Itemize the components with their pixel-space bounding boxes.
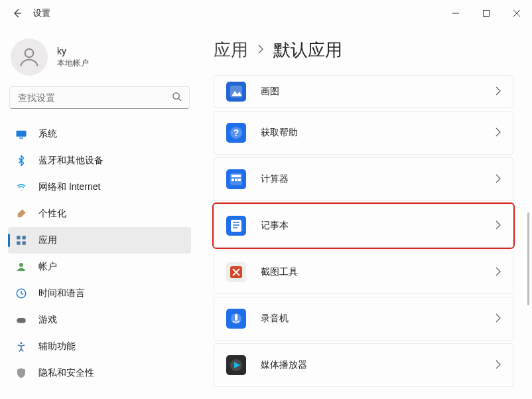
svg-rect-6 xyxy=(23,236,26,239)
app-item-6[interactable]: 媒体播放器 xyxy=(214,343,513,387)
app-item-5[interactable]: 录音机 xyxy=(214,297,513,341)
back-button[interactable] xyxy=(11,7,24,20)
sidebar-item-label: 应用 xyxy=(38,234,57,246)
brush-icon xyxy=(15,207,28,220)
app-icon xyxy=(226,169,246,189)
svg-rect-8 xyxy=(23,242,26,245)
app-icon xyxy=(226,82,246,102)
svg-point-9 xyxy=(19,263,23,267)
chevron-right-icon xyxy=(495,86,501,98)
search-icon xyxy=(172,92,182,104)
window-controls xyxy=(440,0,532,27)
breadcrumb-parent[interactable]: 应用 xyxy=(214,39,248,62)
app-item-0[interactable]: 画图 xyxy=(214,75,513,108)
sidebar-item-label: 辅助功能 xyxy=(38,341,76,353)
accessibility-icon xyxy=(15,340,28,353)
app-icon xyxy=(226,309,246,329)
chevron-right-icon xyxy=(495,127,501,139)
gamepad-icon xyxy=(15,313,28,327)
account-block[interactable]: ky 本地帐户 xyxy=(8,33,191,85)
person-icon xyxy=(17,45,41,69)
apps-icon xyxy=(15,234,28,247)
sidebar-item-2[interactable]: 网络和 Internet xyxy=(8,174,191,200)
svg-rect-19 xyxy=(235,179,237,181)
sidebar-item-1[interactable]: 蓝牙和其他设备 xyxy=(8,147,191,174)
app-item-2[interactable]: 计算器 xyxy=(214,157,513,201)
sidebar-item-7[interactable]: 游戏 xyxy=(8,307,191,333)
shield-icon xyxy=(15,366,28,380)
sidebar-item-4[interactable]: 应用 xyxy=(8,227,191,254)
sidebar-item-label: 蓝牙和其他设备 xyxy=(38,155,103,167)
app-icon xyxy=(226,355,246,375)
bluetooth-icon xyxy=(15,154,28,167)
svg-rect-7 xyxy=(17,242,20,245)
maximize-icon xyxy=(482,9,490,17)
maximize-button[interactable] xyxy=(471,0,501,27)
app-label: 获取帮助 xyxy=(261,127,298,139)
wifi-icon xyxy=(15,181,28,194)
avatar xyxy=(11,39,48,76)
app-label: 画图 xyxy=(261,86,279,98)
breadcrumb-current: 默认应用 xyxy=(273,39,342,62)
svg-rect-0 xyxy=(484,11,490,17)
sidebar-item-5[interactable]: 帐户 xyxy=(8,254,191,280)
arrow-left-icon xyxy=(12,8,23,19)
app-item-3[interactable]: 记事本 xyxy=(214,204,513,248)
svg-rect-18 xyxy=(232,179,234,181)
svg-rect-5 xyxy=(17,236,20,239)
svg-point-1 xyxy=(25,49,34,58)
sidebar-item-label: 时间和语言 xyxy=(38,287,85,299)
sidebar-item-label: 个性化 xyxy=(38,208,66,220)
svg-rect-24 xyxy=(235,314,237,321)
person-icon xyxy=(15,260,28,274)
close-icon xyxy=(513,9,521,17)
close-button[interactable] xyxy=(501,0,532,27)
minimize-icon xyxy=(452,9,460,17)
sidebar-item-label: 游戏 xyxy=(38,314,57,326)
app-label: 计算器 xyxy=(261,173,289,185)
app-icon xyxy=(226,216,246,236)
sidebar-item-label: 隐私和安全性 xyxy=(38,367,94,379)
app-item-4[interactable]: 截图工具 xyxy=(214,250,513,294)
scrollbar-thumb[interactable] xyxy=(527,212,529,305)
chevron-right-icon xyxy=(495,313,501,325)
window-title: 设置 xyxy=(33,7,50,19)
svg-rect-17 xyxy=(232,175,241,177)
app-label: 媒体播放器 xyxy=(261,359,307,371)
svg-point-12 xyxy=(21,342,23,344)
svg-rect-3 xyxy=(17,131,27,137)
account-name: ky xyxy=(57,46,89,56)
chevron-right-icon xyxy=(495,174,501,185)
clock-icon xyxy=(15,287,28,300)
sidebar: ky 本地帐户 系统 蓝牙和其他设备 网络和 Internet 个性化 应用 帐… xyxy=(0,27,199,399)
sidebar-item-label: 网络和 Internet xyxy=(38,181,100,193)
app-icon: ? xyxy=(226,123,246,143)
sidebar-item-0[interactable]: 系统 xyxy=(8,121,191,147)
svg-point-2 xyxy=(173,93,179,99)
app-label: 录音机 xyxy=(261,313,289,325)
titlebar: 设置 xyxy=(0,0,532,27)
breadcrumb: 应用 默认应用 xyxy=(214,39,525,62)
app-label: 截图工具 xyxy=(261,266,298,278)
chevron-right-icon xyxy=(495,360,501,371)
sidebar-item-3[interactable]: 个性化 xyxy=(8,200,191,227)
chevron-right-icon xyxy=(495,220,501,232)
svg-rect-4 xyxy=(19,137,23,139)
app-label: 记事本 xyxy=(261,220,289,232)
minimize-button[interactable] xyxy=(440,0,471,27)
svg-rect-11 xyxy=(17,318,26,323)
sidebar-item-8[interactable]: 辅助功能 xyxy=(8,333,191,360)
sidebar-item-9[interactable]: 隐私和安全性 xyxy=(8,360,191,386)
main: 应用 默认应用 画图 ? 获取帮助 计算器 记事本 截图工具 xyxy=(199,27,532,399)
sidebar-item-6[interactable]: 时间和语言 xyxy=(8,280,191,307)
app-list: 画图 ? 获取帮助 计算器 记事本 截图工具 录音机 媒体播放器 xyxy=(214,75,525,387)
search-wrap xyxy=(9,86,190,109)
svg-rect-21 xyxy=(231,220,241,232)
sidebar-item-label: 系统 xyxy=(38,128,57,140)
display-icon xyxy=(15,127,28,141)
sidebar-item-label: 帐户 xyxy=(38,261,57,273)
svg-rect-20 xyxy=(238,179,241,181)
account-subtitle: 本地帐户 xyxy=(57,58,89,69)
search-input[interactable] xyxy=(9,86,190,109)
app-item-1[interactable]: ? 获取帮助 xyxy=(214,111,513,155)
